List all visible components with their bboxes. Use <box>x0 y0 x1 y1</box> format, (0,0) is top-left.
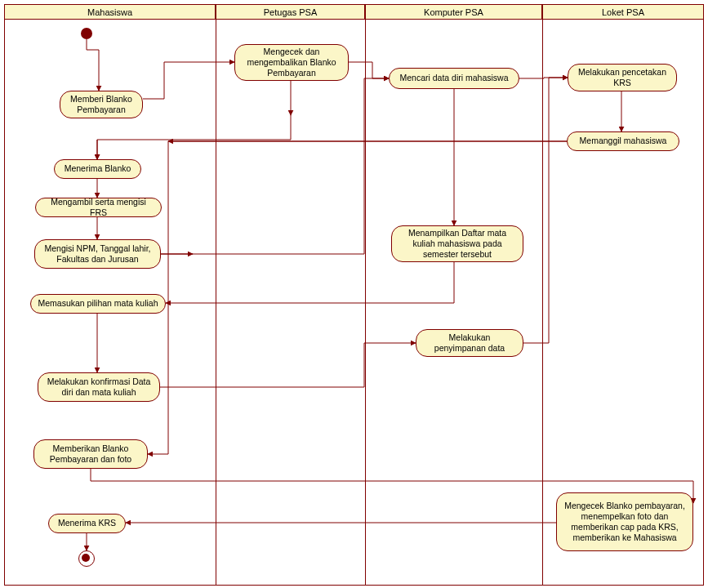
activity-pencetakan-krs: Melakukan pencetakan KRS <box>568 64 677 91</box>
activity-mengecek-final: Mengecek Blanko pembayaran, menempelkan … <box>556 492 693 551</box>
lane-header-mahasiswa: Mahasiswa <box>5 5 216 20</box>
lane-divider <box>216 20 216 585</box>
activity-mengecek-blanko: Mengecek dan mengembalikan Blanko Pembay… <box>234 44 349 81</box>
activity-memanggil: Memanggil mahasiswa <box>567 131 679 151</box>
diagram-frame: Mahasiswa Petugas PSA Komputer PSA Loket… <box>4 4 704 586</box>
activity-menerima-blanko: Menerima Blanko <box>54 159 141 179</box>
activity-menerima-krs: Menerima KRS <box>48 514 126 533</box>
activity-mencari-data: Mencari data diri mahasiswa <box>389 68 519 89</box>
lane-header-loket: Loket PSA <box>542 5 703 20</box>
lane-header-komputer: Komputer PSA <box>365 5 542 20</box>
activity-memberi-blanko: Memberi Blanko Pembayaran <box>60 91 143 118</box>
lane-divider <box>542 20 543 585</box>
activity-memasukan-kuliah: Memasukan pilihan mata kuliah <box>30 294 166 314</box>
activity-memberikan-blanko-foto: Memberikan Blanko Pembayaran dan foto <box>33 439 148 469</box>
activity-penyimpanan: Melakukan penyimpanan data <box>416 329 523 357</box>
final-node <box>78 550 95 567</box>
activity-mengisi-npm: Mengisi NPM, Tanggal lahir, Fakultas dan… <box>34 239 161 269</box>
activity-mengisi-frs: Mengambil serta mengisi FRS <box>35 198 162 217</box>
lane-divider <box>365 20 366 585</box>
initial-node <box>81 28 92 39</box>
lane-header-petugas: Petugas PSA <box>216 5 365 20</box>
activity-menampilkan-daftar: Menampilkan Daftar mata kuliah mahasiswa… <box>391 225 523 262</box>
activity-konfirmasi: Melakukan konfirmasi Data diri dan mata … <box>38 372 160 402</box>
